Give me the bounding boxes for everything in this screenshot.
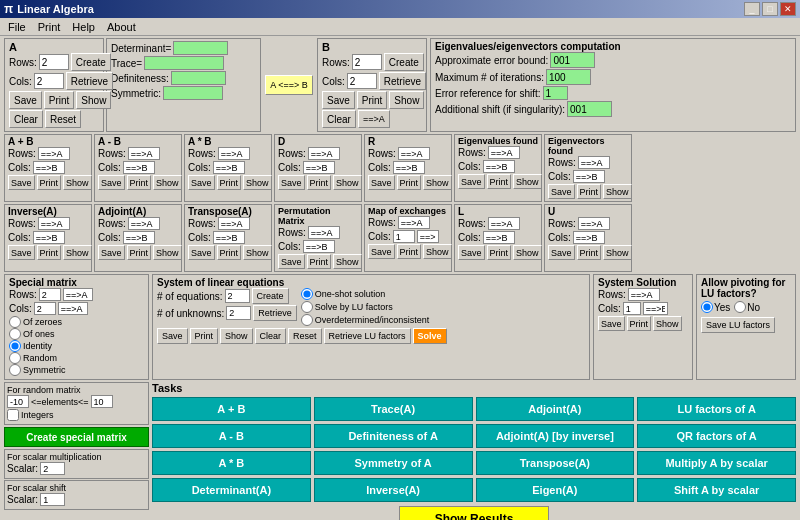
- print-eigval[interactable]: Print: [487, 174, 512, 189]
- create-special-button[interactable]: Create special matrix: [4, 427, 149, 447]
- radio-oneshot[interactable]: [301, 288, 313, 300]
- eigvec-rows[interactable]: [578, 156, 610, 169]
- range-max-input[interactable]: [91, 395, 113, 408]
- print-b-button[interactable]: Print: [357, 91, 388, 109]
- err-bound-input[interactable]: [550, 52, 595, 68]
- task-inverse[interactable]: Inverse(A): [314, 478, 473, 502]
- radio-overdet[interactable]: [301, 314, 313, 326]
- swap-ab-button[interactable]: A <==> B: [265, 75, 313, 95]
- retrieve-eq-button[interactable]: Retrieve: [253, 305, 297, 321]
- map-rows[interactable]: [398, 216, 430, 229]
- minimize-button[interactable]: _: [744, 2, 760, 16]
- map-cols[interactable]: [417, 230, 439, 243]
- rows-input-b[interactable]: [352, 54, 382, 70]
- close-button[interactable]: ✕: [780, 2, 796, 16]
- radio-oneshot-label[interactable]: One-shot solution: [301, 288, 430, 300]
- radio-random-label[interactable]: Random: [9, 352, 57, 364]
- r-cols[interactable]: [393, 161, 425, 174]
- print-r[interactable]: Print: [397, 175, 422, 190]
- radio-lu-label[interactable]: Solve by LU factors: [301, 301, 430, 313]
- det-value[interactable]: [173, 41, 228, 55]
- rows-input-a[interactable]: [39, 54, 69, 70]
- show-r[interactable]: Show: [423, 175, 452, 190]
- num-unk-input[interactable]: [226, 306, 251, 320]
- show-adj[interactable]: Show: [153, 245, 182, 260]
- radio-identity[interactable]: [9, 340, 21, 352]
- d-cols[interactable]: [303, 161, 335, 174]
- task-adjoint[interactable]: Adjoint(A): [476, 397, 635, 421]
- trace-value[interactable]: [144, 56, 224, 70]
- print-atb[interactable]: Print: [217, 175, 242, 190]
- task-multiply-scalar[interactable]: Multiply A by scalar: [637, 451, 796, 475]
- show-perm[interactable]: Show: [333, 254, 362, 269]
- cols-input-b[interactable]: [347, 73, 377, 89]
- save-u[interactable]: Save: [548, 245, 575, 260]
- save-map[interactable]: Save: [368, 244, 395, 259]
- range-min-input[interactable]: [7, 395, 29, 408]
- u-cols[interactable]: [573, 231, 605, 244]
- eigval-rows[interactable]: [488, 146, 520, 159]
- save-a-button[interactable]: Save: [9, 91, 42, 109]
- special-cols-arrow[interactable]: [58, 302, 88, 315]
- perm-cols[interactable]: [303, 240, 335, 253]
- task-lu[interactable]: LU factors of A: [637, 397, 796, 421]
- max-iter-input[interactable]: [546, 69, 591, 85]
- task-det[interactable]: Determinant(A): [152, 478, 311, 502]
- save-perm[interactable]: Save: [278, 254, 305, 269]
- adjoint-cols[interactable]: [123, 231, 155, 244]
- err-ref-input[interactable]: [543, 86, 568, 100]
- clear-b-button[interactable]: Clear: [322, 110, 356, 128]
- save-sys[interactable]: Save: [157, 328, 188, 344]
- task-symmetry[interactable]: Symmetry of A: [314, 451, 473, 475]
- task-eigen[interactable]: Eigen(A): [476, 478, 635, 502]
- show-u[interactable]: Show: [603, 245, 632, 260]
- maximize-button[interactable]: □: [762, 2, 778, 16]
- show-eigval[interactable]: Show: [513, 174, 542, 189]
- save-inv[interactable]: Save: [8, 245, 35, 260]
- task-amb[interactable]: A - B: [152, 424, 311, 448]
- reset-a-button[interactable]: Reset: [45, 110, 81, 128]
- num-eq-input[interactable]: [225, 289, 250, 303]
- show-d[interactable]: Show: [333, 175, 362, 190]
- def-value[interactable]: [171, 71, 226, 85]
- adjoint-rows[interactable]: [128, 217, 160, 230]
- apb-rows[interactable]: [38, 147, 70, 160]
- task-trace[interactable]: Trace(A): [314, 397, 473, 421]
- amb-cols[interactable]: [123, 161, 155, 174]
- save-trans[interactable]: Save: [188, 245, 215, 260]
- amb-rows[interactable]: [128, 147, 160, 160]
- l-cols[interactable]: [483, 231, 515, 244]
- print-apb[interactable]: Print: [37, 175, 62, 190]
- print-perm[interactable]: Print: [307, 254, 332, 269]
- menu-print[interactable]: Print: [32, 19, 67, 35]
- save-d[interactable]: Save: [278, 175, 305, 190]
- retrieve-a-button[interactable]: Retrieve: [66, 72, 113, 90]
- task-qr[interactable]: QR factors of A: [637, 424, 796, 448]
- show-sys[interactable]: Show: [220, 328, 253, 344]
- print-u[interactable]: Print: [577, 245, 602, 260]
- task-shift-scalar[interactable]: Shift A by scalar: [637, 478, 796, 502]
- print-adj[interactable]: Print: [127, 245, 152, 260]
- radio-random[interactable]: [9, 352, 21, 364]
- radio-ones-label[interactable]: Of ones: [9, 328, 55, 340]
- show-trans[interactable]: Show: [243, 245, 272, 260]
- show-amb[interactable]: Show: [153, 175, 182, 190]
- integers-checkbox[interactable]: [7, 409, 19, 421]
- radio-zeroes-label[interactable]: Of zeroes: [9, 316, 62, 328]
- print-trans[interactable]: Print: [217, 245, 242, 260]
- scalar-shift-input[interactable]: [40, 493, 65, 506]
- eigval-cols[interactable]: [483, 160, 515, 173]
- map-cols-val[interactable]: [393, 230, 415, 243]
- create-b-button[interactable]: Create: [384, 53, 424, 71]
- l-rows[interactable]: [488, 217, 520, 230]
- radio-yes-label[interactable]: Yes: [701, 301, 730, 313]
- eigvec-cols[interactable]: [573, 170, 605, 183]
- print-a-button[interactable]: Print: [44, 91, 75, 109]
- special-rows[interactable]: [39, 288, 61, 301]
- task-apb[interactable]: A + B: [152, 397, 311, 421]
- show-results-button[interactable]: Show Results: [399, 506, 549, 520]
- retrieve-b-button[interactable]: Retrieve: [379, 72, 426, 90]
- save-r[interactable]: Save: [368, 175, 395, 190]
- print-map[interactable]: Print: [397, 244, 422, 259]
- print-d[interactable]: Print: [307, 175, 332, 190]
